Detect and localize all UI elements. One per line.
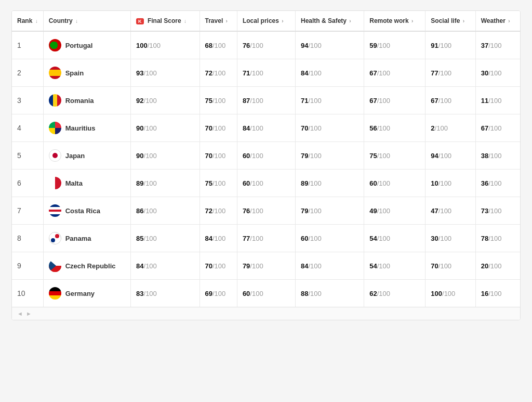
col-weather-label: Weather [481,17,506,24]
remote-work-suffix: /100 [377,235,390,242]
col-final-score[interactable]: K Final Score ↓ [131,11,200,31]
final-score-value: 100 [136,42,148,49]
travel-cell: 70/100 [200,252,237,280]
local-prices-value: 76 [243,42,250,49]
remote-work-value: 49 [369,207,377,215]
social-life-suffix: /100 [438,235,451,242]
col-weather[interactable]: Weather › [475,11,520,31]
final-score-value: 86 [136,207,143,215]
final-score-value: 84 [136,262,143,270]
health-safety-suffix: /100 [308,42,321,49]
rank-cell: 2 [12,59,43,87]
remote-work-cell: 56/100 [364,114,425,142]
rank-cell: 7 [12,197,43,225]
country-name: Portugal [65,42,93,49]
final-score-suffix: /100 [144,97,157,105]
remote-work-cell: 67/100 [364,59,425,87]
travel-suffix: /100 [212,42,225,49]
sort-arrow-health-safety: › [349,18,351,24]
remote-work-cell: 54/100 [364,225,425,252]
local-prices-suffix: /100 [250,207,263,215]
final-score-suffix: /100 [144,262,157,270]
health-safety-value: 84 [301,69,308,77]
local-prices-value: 60 [243,290,250,297]
final-score-value: 92 [136,97,143,105]
remote-work-value: 59 [369,42,377,49]
remote-work-suffix: /100 [377,179,390,187]
social-life-cell: 77/100 [425,59,475,87]
social-life-cell: 94/100 [425,142,475,170]
social-life-suffix: /100 [438,97,451,105]
travel-value: 68 [205,42,212,49]
final-score-value: 90 [136,152,143,160]
table-row: 1Portugal100/10068/10076/10094/10059/100… [12,31,520,59]
health-safety-cell: 94/100 [295,31,364,59]
local-prices-suffix: /100 [250,42,263,49]
social-life-cell: 10/100 [425,170,475,197]
final-score-suffix: /100 [144,124,157,132]
travel-suffix: /100 [212,290,225,297]
remote-work-suffix: /100 [377,290,390,297]
travel-cell: 75/100 [200,87,237,114]
table-header-row: Rank ↓ Country ↓ K Final Score ↓ Travel … [12,11,520,31]
col-local-prices[interactable]: Local prices › [237,11,295,31]
table-row: 6Malta89/10075/10060/10089/10060/10010/1… [12,170,520,197]
social-life-suffix: /100 [438,69,451,77]
final-score-cell: 83/100 [131,280,200,307]
country-name: Germany [65,290,95,297]
health-safety-value: 88 [301,290,308,297]
travel-value: 70 [205,262,212,270]
health-safety-suffix: /100 [308,235,321,242]
health-safety-value: 84 [301,262,308,270]
travel-cell: 70/100 [200,142,237,170]
social-life-value: 70 [431,262,438,270]
scroll-left-icon[interactable]: ◄ [17,310,23,317]
local-prices-suffix: /100 [250,290,263,297]
travel-suffix: /100 [212,124,225,132]
remote-work-cell: 59/100 [364,31,425,59]
final-score-cell: 90/100 [131,142,200,170]
weather-suffix: /100 [488,97,501,105]
flag-icon [49,94,61,107]
weather-value: 67 [481,124,488,132]
social-life-cell: 47/100 [425,197,475,225]
col-travel[interactable]: Travel › [200,11,237,31]
col-country-label: Country [49,17,73,24]
travel-value: 75 [205,179,212,187]
health-safety-value: 94 [301,42,308,49]
travel-cell: 72/100 [200,59,237,87]
col-remote-work[interactable]: Remote work › [364,11,425,31]
health-safety-value: 79 [301,207,308,215]
flag-icon [49,287,61,300]
local-prices-value: 71 [243,69,250,77]
scroll-right-icon[interactable]: ► [26,310,32,317]
social-life-suffix: /100 [438,207,451,215]
travel-cell: 69/100 [200,280,237,307]
travel-value: 70 [205,152,212,160]
health-safety-suffix: /100 [308,207,321,215]
weather-cell: 73/100 [475,197,520,225]
weather-cell: 36/100 [475,170,520,197]
local-prices-value: 60 [243,179,250,187]
rank-cell: 1 [12,31,43,59]
rank-cell: 5 [12,142,43,170]
badge-k: K [136,18,144,24]
weather-suffix: /100 [488,262,501,270]
travel-cell: 75/100 [200,170,237,197]
social-life-suffix: /100 [435,124,448,132]
health-safety-suffix: /100 [308,179,321,187]
col-travel-label: Travel [205,17,223,24]
col-social-life[interactable]: Social life › [425,11,475,31]
local-prices-suffix: /100 [250,262,263,270]
remote-work-suffix: /100 [377,42,390,49]
col-health-safety[interactable]: Health & Safety › [295,11,364,31]
health-safety-cell: 70/100 [295,114,364,142]
col-country[interactable]: Country ↓ [43,11,130,31]
col-rank[interactable]: Rank ↓ [12,11,43,31]
weather-value: 16 [481,290,488,297]
sort-arrow-country: ↓ [75,18,78,24]
remote-work-suffix: /100 [377,152,390,160]
flag-icon [49,67,61,79]
remote-work-value: 56 [369,124,377,132]
final-score-value: 90 [136,124,143,132]
